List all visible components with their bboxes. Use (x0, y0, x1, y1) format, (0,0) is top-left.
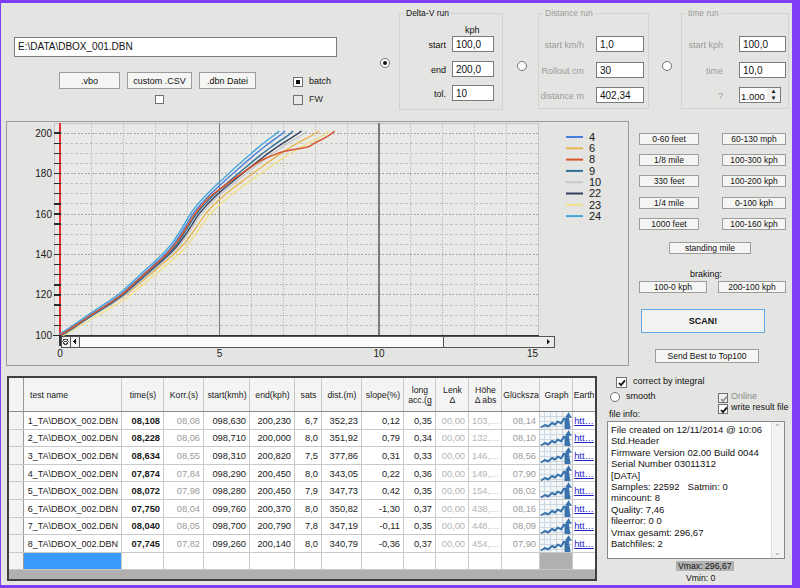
svg-text:24: 24 (589, 210, 601, 222)
svg-text:0: 0 (57, 348, 63, 359)
svg-text:8: 8 (589, 153, 595, 165)
svg-text:5: 5 (217, 348, 223, 359)
svg-text:200: 200 (35, 128, 52, 139)
svg-text:180: 180 (35, 168, 52, 179)
svg-text:6: 6 (589, 142, 595, 154)
svg-text:23: 23 (589, 199, 601, 211)
svg-text:22: 22 (589, 187, 601, 199)
svg-text:140: 140 (35, 249, 52, 260)
svg-text:4: 4 (589, 131, 595, 143)
svg-text:100: 100 (35, 330, 52, 341)
svg-text:160: 160 (35, 209, 52, 220)
svg-text:9: 9 (589, 165, 595, 177)
svg-text:120: 120 (35, 289, 52, 300)
svg-text:10: 10 (589, 176, 601, 188)
svg-text:15: 15 (527, 348, 539, 359)
svg-text:10: 10 (373, 348, 385, 359)
